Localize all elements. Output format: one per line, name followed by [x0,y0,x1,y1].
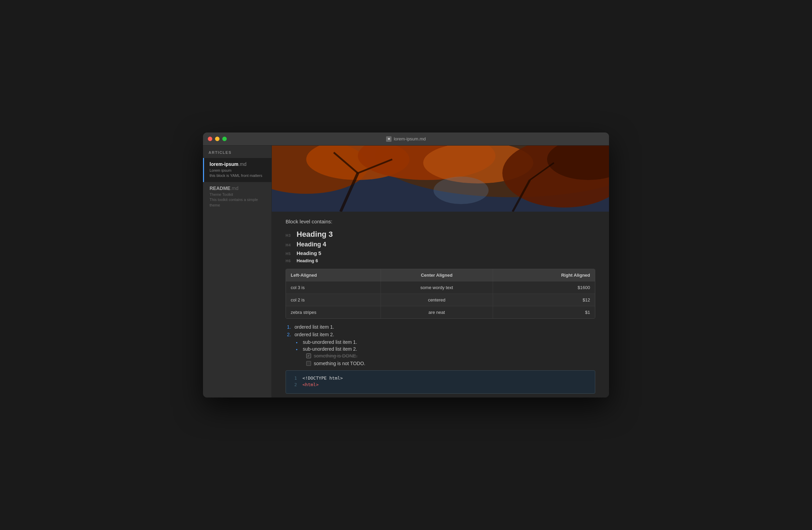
hero-image [272,146,609,212]
sidebar-item-readme[interactable]: README.md Theme Toolkit This toolkit con… [203,182,271,211]
code-block: 1 <!DOCTYPE html> 2 <html> [286,370,595,394]
code-line-num-2: 2 [291,382,297,387]
table-cell: col 3 is [286,282,381,294]
table-cell: zebra stripes [286,306,381,319]
todo-list: ✓ something is DONE. something is not TO… [306,353,595,366]
sidebar-header: ARTICLES [203,146,271,158]
unordered-text-2: sub-unordered list item 2. [303,346,357,352]
sidebar-item-desc2-readme: This toolkit contains a simple theme [210,197,266,208]
unordered-text-1: sub-unordered list item 1. [303,339,357,345]
traffic-lights [208,137,227,141]
ordered-list-item-1: 1. ordered list item 1. [286,324,595,330]
data-table: Left-Aligned Center Aligned Right Aligne… [286,269,595,319]
heading-h3: Heading 3 [297,230,333,239]
table-cell: $12 [493,294,595,306]
table-cell: are neat [381,306,493,319]
check-icon: ✓ [307,354,310,358]
unordered-item-2: ● sub-unordered list item 2. [296,346,595,352]
table-cell: col 2 is [286,294,381,306]
bullet-icon-2: ● [296,346,303,351]
todo-item-done: ✓ something is DONE. [306,353,595,359]
todo-item-todo: something is not TODO. [306,361,595,366]
sidebar-item-lorem-ipsum[interactable]: lorem-ipsum.md Lorem ipsum this block is… [203,158,271,182]
heading-h5-row: H5 Heading 5 [286,250,595,256]
todo-label-done: something is DONE. [314,353,357,359]
table-cell: centered [381,294,493,306]
sidebar-item-desc1-lorem-ipsum: Lorem ipsum [210,168,266,173]
ordered-list: 1. ordered list item 1. 2. ordered list … [286,324,595,366]
table-row: col 2 is centered $12 [286,294,595,306]
heading-h6-row: H6 Heading 6 [286,258,595,263]
content-body: Block level contains: H3 Heading 3 H4 He… [272,212,609,398]
table-cell: some wordy text [381,282,493,294]
content-area: Block level contains: H3 Heading 3 H4 He… [272,146,609,398]
window-title: lorem-ipsum.md [394,136,426,141]
app-window: M lorem-ipsum.md ARTICLES lorem-ipsum.md… [203,132,609,398]
close-button[interactable] [208,137,212,141]
table-cell: $1 [493,306,595,319]
code-line-num-1: 1 [291,375,297,381]
ordered-num-1: 1. [286,324,295,330]
minimize-button[interactable] [215,137,220,141]
unordered-sub-list: ● sub-unordered list item 1. ● sub-unord… [296,339,595,366]
heading-h3-row: H3 Heading 3 [286,230,595,239]
sidebar-item-desc1-readme: Theme Toolkit [210,192,266,197]
heading-h6-label: H6 [286,259,295,263]
checkbox-todo[interactable] [306,361,311,366]
hero-svg [272,146,609,212]
window-title-group: M lorem-ipsum.md [386,136,426,142]
table-cell: $1600 [493,282,595,294]
table-col-center: Center Aligned [381,269,493,282]
table-row: col 3 is some wordy text $1600 [286,282,595,294]
ordered-text-1: ordered list item 1. [295,324,334,330]
unordered-item-1: ● sub-unordered list item 1. [296,339,595,345]
ordered-list-item-2: 2. ordered list item 2. [286,332,595,337]
maximize-button[interactable] [222,137,227,141]
code-line-2: 2 <html> [291,382,589,387]
sidebar-item-name-lorem-ipsum: lorem-ipsum.md [210,161,266,167]
checkbox-done[interactable]: ✓ [306,353,311,358]
table-row: zebra stripes are neat $1 [286,306,595,319]
heading-h4: Heading 4 [297,241,326,248]
titlebar: M lorem-ipsum.md [203,132,609,146]
hero-image-inner [272,146,609,212]
heading-h4-row: H4 Heading 4 [286,241,595,248]
sidebar-item-desc2-lorem-ipsum: this block is YAML front matters [210,173,266,178]
todo-label-todo: something is not TODO. [314,361,365,366]
code-line-content-1: <!DOCTYPE html> [302,375,343,381]
block-level-text: Block level contains: [286,219,595,224]
sidebar: ARTICLES lorem-ipsum.md Lorem ipsum this… [203,146,272,398]
heading-h6: Heading 6 [297,258,318,263]
heading-h3-label: H3 [286,233,295,237]
code-line-content-2: <html> [302,382,319,387]
heading-h5-label: H5 [286,252,295,256]
table: Left-Aligned Center Aligned Right Aligne… [286,269,595,318]
table-col-left: Left-Aligned [286,269,381,282]
ordered-num-2: 2. [286,332,295,337]
ordered-text-2: ordered list item 2. [295,332,334,337]
file-icon: M [386,136,392,142]
main-layout: ARTICLES lorem-ipsum.md Lorem ipsum this… [203,146,609,398]
bullet-icon-1: ● [296,339,303,344]
heading-h5: Heading 5 [297,250,321,256]
heading-h4-label: H4 [286,243,295,247]
sidebar-item-name-readme: README.md [210,186,266,191]
table-col-right: Right Aligned [493,269,595,282]
svg-rect-14 [272,146,609,212]
table-header-row: Left-Aligned Center Aligned Right Aligne… [286,269,595,282]
code-line-1: 1 <!DOCTYPE html> [291,375,589,381]
